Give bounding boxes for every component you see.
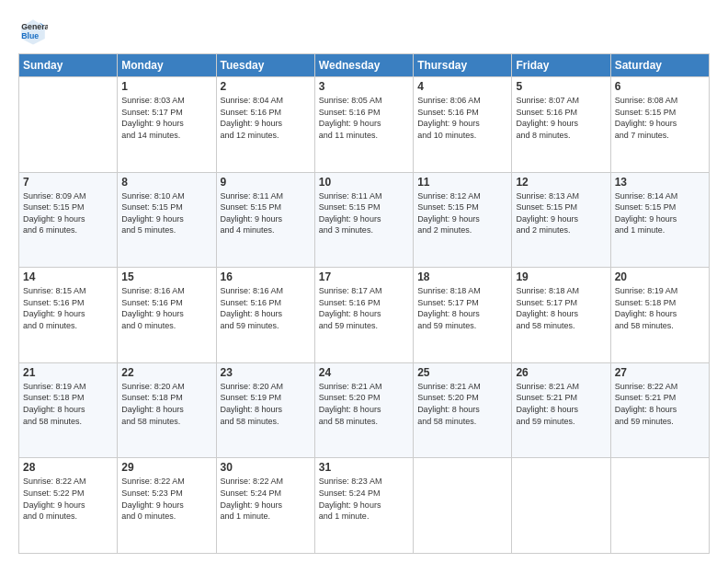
day-info: Sunrise: 8:16 AMSunset: 5:16 PMDaylight:… <box>221 285 311 331</box>
day-info: Sunrise: 8:18 AMSunset: 5:17 PMDaylight:… <box>417 285 507 331</box>
header-thursday: Thursday <box>414 54 512 77</box>
day-info: Sunrise: 8:22 AMSunset: 5:24 PMDaylight:… <box>221 476 311 522</box>
day-number: 1 <box>121 80 211 93</box>
calendar-cell: 1Sunrise: 8:03 AMSunset: 5:17 PMDaylight… <box>118 77 216 173</box>
day-info: Sunrise: 8:21 AMSunset: 5:20 PMDaylight:… <box>319 381 409 427</box>
day-info: Sunrise: 8:03 AMSunset: 5:17 PMDaylight:… <box>121 95 211 141</box>
calendar-cell: 11Sunrise: 8:12 AMSunset: 5:15 PMDayligh… <box>414 172 512 268</box>
calendar-cell: 13Sunrise: 8:14 AMSunset: 5:15 PMDayligh… <box>610 172 709 268</box>
day-number: 24 <box>319 366 409 379</box>
calendar-cell: 12Sunrise: 8:13 AMSunset: 5:15 PMDayligh… <box>512 172 610 268</box>
day-info: Sunrise: 8:06 AMSunset: 5:16 PMDaylight:… <box>417 95 507 141</box>
calendar-cell: 14Sunrise: 8:15 AMSunset: 5:16 PMDayligh… <box>19 268 118 363</box>
day-number: 30 <box>221 461 311 474</box>
day-info: Sunrise: 8:11 AMSunset: 5:15 PMDaylight:… <box>319 190 409 236</box>
day-info: Sunrise: 8:08 AMSunset: 5:15 PMDaylight:… <box>615 95 705 141</box>
calendar-cell <box>414 458 512 554</box>
day-number: 7 <box>23 176 113 189</box>
calendar-cell: 10Sunrise: 8:11 AMSunset: 5:15 PMDayligh… <box>314 172 413 268</box>
day-number: 23 <box>221 366 311 379</box>
header-friday: Friday <box>512 54 610 77</box>
calendar-cell: 20Sunrise: 8:19 AMSunset: 5:18 PMDayligh… <box>610 268 709 363</box>
day-number: 20 <box>615 270 705 283</box>
day-number: 15 <box>121 270 211 283</box>
day-info: Sunrise: 8:11 AMSunset: 5:15 PMDaylight:… <box>221 190 311 236</box>
calendar-cell: 19Sunrise: 8:18 AMSunset: 5:17 PMDayligh… <box>512 268 610 363</box>
day-info: Sunrise: 8:22 AMSunset: 5:22 PMDaylight:… <box>23 476 113 522</box>
day-number: 31 <box>319 461 409 474</box>
day-info: Sunrise: 8:14 AMSunset: 5:15 PMDaylight:… <box>615 190 705 236</box>
calendar-cell: 26Sunrise: 8:21 AMSunset: 5:21 PMDayligh… <box>512 362 610 458</box>
calendar-week-4: 21Sunrise: 8:19 AMSunset: 5:18 PMDayligh… <box>19 362 710 458</box>
day-number: 10 <box>319 176 409 189</box>
calendar-cell: 3Sunrise: 8:05 AMSunset: 5:16 PMDaylight… <box>314 77 413 173</box>
calendar-cell: 7Sunrise: 8:09 AMSunset: 5:15 PMDaylight… <box>19 172 118 268</box>
calendar-week-3: 14Sunrise: 8:15 AMSunset: 5:16 PMDayligh… <box>19 268 710 363</box>
day-number: 9 <box>221 176 311 189</box>
day-info: Sunrise: 8:22 AMSunset: 5:21 PMDaylight:… <box>615 381 705 427</box>
header-monday: Monday <box>118 54 216 77</box>
day-info: Sunrise: 8:05 AMSunset: 5:16 PMDaylight:… <box>319 95 409 141</box>
svg-text:Blue: Blue <box>21 31 39 40</box>
calendar-cell: 28Sunrise: 8:22 AMSunset: 5:22 PMDayligh… <box>19 458 118 554</box>
day-info: Sunrise: 8:13 AMSunset: 5:15 PMDaylight:… <box>516 190 606 236</box>
calendar-cell: 23Sunrise: 8:20 AMSunset: 5:19 PMDayligh… <box>216 362 314 458</box>
day-number: 11 <box>417 176 507 189</box>
day-number: 17 <box>319 270 409 283</box>
day-info: Sunrise: 8:17 AMSunset: 5:16 PMDaylight:… <box>319 285 409 331</box>
calendar-cell: 25Sunrise: 8:21 AMSunset: 5:20 PMDayligh… <box>414 362 512 458</box>
day-info: Sunrise: 8:20 AMSunset: 5:18 PMDaylight:… <box>121 381 211 427</box>
day-number: 21 <box>23 366 113 379</box>
day-number: 28 <box>23 461 113 474</box>
calendar-cell: 5Sunrise: 8:07 AMSunset: 5:16 PMDaylight… <box>512 77 610 173</box>
day-number: 13 <box>615 176 705 189</box>
day-info: Sunrise: 8:18 AMSunset: 5:17 PMDaylight:… <box>516 285 606 331</box>
day-number: 5 <box>516 80 606 93</box>
day-info: Sunrise: 8:19 AMSunset: 5:18 PMDaylight:… <box>615 285 705 331</box>
calendar-cell <box>610 458 709 554</box>
day-number: 29 <box>121 461 211 474</box>
day-number: 3 <box>319 80 409 93</box>
day-info: Sunrise: 8:04 AMSunset: 5:16 PMDaylight:… <box>221 95 311 141</box>
day-number: 12 <box>516 176 606 189</box>
calendar-table: Sunday Monday Tuesday Wednesday Thursday… <box>18 53 710 554</box>
calendar-cell: 18Sunrise: 8:18 AMSunset: 5:17 PMDayligh… <box>414 268 512 363</box>
header-tuesday: Tuesday <box>216 54 314 77</box>
calendar-cell: 16Sunrise: 8:16 AMSunset: 5:16 PMDayligh… <box>216 268 314 363</box>
day-number: 2 <box>221 80 311 93</box>
day-number: 25 <box>417 366 507 379</box>
calendar-cell: 22Sunrise: 8:20 AMSunset: 5:18 PMDayligh… <box>118 362 216 458</box>
calendar-cell: 15Sunrise: 8:16 AMSunset: 5:16 PMDayligh… <box>118 268 216 363</box>
calendar-header-row: Sunday Monday Tuesday Wednesday Thursday… <box>19 54 710 77</box>
day-info: Sunrise: 8:23 AMSunset: 5:24 PMDaylight:… <box>319 476 409 522</box>
calendar-cell: 21Sunrise: 8:19 AMSunset: 5:18 PMDayligh… <box>19 362 118 458</box>
day-number: 22 <box>121 366 211 379</box>
calendar-cell: 30Sunrise: 8:22 AMSunset: 5:24 PMDayligh… <box>216 458 314 554</box>
calendar-cell: 9Sunrise: 8:11 AMSunset: 5:15 PMDaylight… <box>216 172 314 268</box>
day-info: Sunrise: 8:10 AMSunset: 5:15 PMDaylight:… <box>121 190 211 236</box>
calendar-cell: 29Sunrise: 8:22 AMSunset: 5:23 PMDayligh… <box>118 458 216 554</box>
header-sunday: Sunday <box>19 54 118 77</box>
day-number: 4 <box>417 80 507 93</box>
day-number: 27 <box>615 366 705 379</box>
day-number: 8 <box>121 176 211 189</box>
header-wednesday: Wednesday <box>314 54 413 77</box>
calendar-cell: 31Sunrise: 8:23 AMSunset: 5:24 PMDayligh… <box>314 458 413 554</box>
day-number: 16 <box>221 270 311 283</box>
calendar-cell: 17Sunrise: 8:17 AMSunset: 5:16 PMDayligh… <box>314 268 413 363</box>
day-info: Sunrise: 8:09 AMSunset: 5:15 PMDaylight:… <box>23 190 113 236</box>
day-info: Sunrise: 8:16 AMSunset: 5:16 PMDaylight:… <box>121 285 211 331</box>
day-number: 26 <box>516 366 606 379</box>
page: General Blue Sunday Monday Tuesday Wedne… <box>0 0 728 563</box>
day-info: Sunrise: 8:15 AMSunset: 5:16 PMDaylight:… <box>23 285 113 331</box>
svg-text:General: General <box>21 22 48 31</box>
header-saturday: Saturday <box>610 54 709 77</box>
day-info: Sunrise: 8:21 AMSunset: 5:21 PMDaylight:… <box>516 381 606 427</box>
day-info: Sunrise: 8:19 AMSunset: 5:18 PMDaylight:… <box>23 381 113 427</box>
logo: General Blue <box>18 17 26 46</box>
calendar-week-1: 1Sunrise: 8:03 AMSunset: 5:17 PMDaylight… <box>19 77 710 173</box>
calendar-cell: 2Sunrise: 8:04 AMSunset: 5:16 PMDaylight… <box>216 77 314 173</box>
day-info: Sunrise: 8:22 AMSunset: 5:23 PMDaylight:… <box>121 476 211 522</box>
calendar-week-2: 7Sunrise: 8:09 AMSunset: 5:15 PMDaylight… <box>19 172 710 268</box>
calendar-cell: 4Sunrise: 8:06 AMSunset: 5:16 PMDaylight… <box>414 77 512 173</box>
